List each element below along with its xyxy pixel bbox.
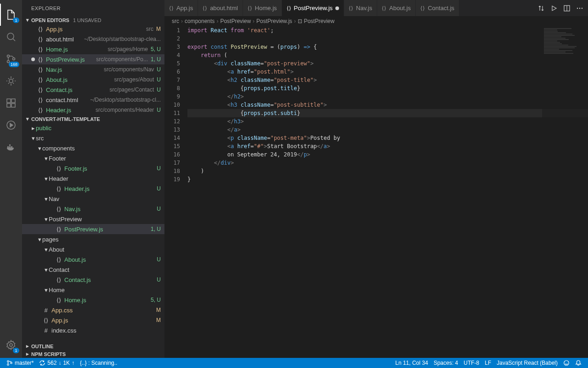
docker-icon[interactable] xyxy=(0,136,22,158)
search-icon[interactable] xyxy=(0,26,22,48)
file-item[interactable]: ⟨⟩Home.js5, U xyxy=(22,295,164,305)
file-path-hint: src/components/Po... xyxy=(96,56,148,63)
open-editor-item[interactable]: ⟨⟩PostPreview.jssrc/components/Po...1, U xyxy=(22,54,164,64)
status-bar: master* 562 ↓ 1K ↑ {..} : Scanning.. Ln … xyxy=(0,358,588,368)
file-icon: ⟨⟩ xyxy=(55,185,62,192)
git-status: 1, U xyxy=(148,56,161,63)
git-status: U xyxy=(154,86,161,93)
svg-point-1 xyxy=(7,55,10,58)
editor-body[interactable]: 12345678910111213141516171819 import Rea… xyxy=(164,26,588,358)
feedback-icon[interactable] xyxy=(560,360,572,366)
open-editor-item[interactable]: ⟨⟩App.jssrcM xyxy=(22,24,164,34)
folder-name: Header xyxy=(49,175,156,182)
scan-status[interactable]: {..} : Scanning.. xyxy=(77,360,120,366)
source-control-icon[interactable]: 168 xyxy=(0,48,22,70)
open-editors-header[interactable]: ▾ OPEN EDITORS 1 UNSAVED xyxy=(22,16,164,24)
indentation[interactable]: Spaces: 4 xyxy=(431,360,461,366)
outline-header[interactable]: ▸ OUTLINE xyxy=(22,342,164,350)
file-icon: ⟨⟩ xyxy=(37,56,44,63)
notifications-icon[interactable] xyxy=(572,360,584,366)
sync-status[interactable]: 562 ↓ 1K ↑ xyxy=(36,360,77,366)
folder-name: Nav xyxy=(49,196,156,202)
folder-name: Home xyxy=(49,287,156,293)
file-icon: ⟨⟩ xyxy=(55,297,62,304)
npm-scripts-header[interactable]: ▸ NPM SCRIPTS xyxy=(22,350,164,358)
editor-tab[interactable]: ⟨⟩about.html xyxy=(198,0,243,16)
file-item[interactable]: ⟨⟩PostPreview.js1, U xyxy=(22,224,164,234)
svg-rect-11 xyxy=(9,146,11,148)
folder-item[interactable]: ▾Header xyxy=(22,173,164,184)
folder-item[interactable]: ▾Contact xyxy=(22,264,164,275)
open-editor-item[interactable]: ⟨⟩about.html~/Desktop/startbootstrap-cle… xyxy=(22,34,164,44)
file-icon: ⟨⟩ xyxy=(37,46,44,53)
file-item[interactable]: ⟨⟩App.jsM xyxy=(22,315,164,325)
folder-item[interactable]: ▾Footer xyxy=(22,153,164,163)
language-mode[interactable]: JavaScript React (Babel) xyxy=(494,360,560,366)
liveshare-icon[interactable] xyxy=(0,114,22,136)
file-item[interactable]: #App.cssM xyxy=(22,305,164,315)
compare-changes-icon[interactable] xyxy=(537,5,545,12)
settings-gear-icon[interactable]: 1 xyxy=(0,334,22,356)
run-icon[interactable] xyxy=(550,5,558,12)
editor-tab[interactable]: ⟨⟩Contact.js xyxy=(416,0,459,16)
folder-item[interactable]: ▸public xyxy=(22,123,164,133)
editor-tab[interactable]: ⟨⟩About.js xyxy=(377,0,416,16)
breadcrumb-item[interactable]: src xyxy=(172,18,179,24)
svg-rect-13 xyxy=(9,144,11,146)
open-editors-list: ⟨⟩App.jssrcM⟨⟩about.html~/Desktop/startb… xyxy=(22,24,164,115)
svg-rect-7 xyxy=(7,104,11,107)
file-name: index.css xyxy=(51,327,161,334)
debug-icon[interactable] xyxy=(0,70,22,92)
file-path-hint: src/components/Nav xyxy=(104,66,154,73)
svg-rect-6 xyxy=(11,99,15,103)
extensions-icon[interactable] xyxy=(0,92,22,114)
minimap[interactable] xyxy=(542,26,588,358)
file-item[interactable]: ⟨⟩Contact.jsU xyxy=(22,275,164,285)
folder-item[interactable]: ▾pages xyxy=(22,234,164,244)
open-editor-item[interactable]: ⟨⟩Nav.jssrc/components/NavU xyxy=(22,64,164,75)
explorer-icon[interactable]: 1 xyxy=(0,4,22,26)
folder-name: components xyxy=(42,145,156,152)
open-editor-item[interactable]: ⟨⟩Header.jssrc/components/HeaderU xyxy=(22,105,164,115)
folder-item[interactable]: ▾Nav xyxy=(22,194,164,204)
file-icon: ⟨⟩ xyxy=(42,317,50,324)
encoding[interactable]: UTF-8 xyxy=(461,360,482,366)
file-item[interactable]: ⟨⟩Header.jsU xyxy=(22,184,164,194)
open-editor-item[interactable]: ⟨⟩Contact.jssrc/pages/ContactU xyxy=(22,85,164,95)
tab-label: about.html xyxy=(210,5,238,12)
git-status: U xyxy=(154,107,161,113)
editor-tab[interactable]: ⟨⟩PostPreview.js xyxy=(282,0,345,16)
breadcrumbs[interactable]: src›components›PostPreview›PostPreview.j… xyxy=(164,16,588,26)
editor-tab[interactable]: ⟨⟩Home.js xyxy=(243,0,282,16)
file-item[interactable]: ⟨⟩About.jsU xyxy=(22,254,164,264)
folder-item[interactable]: ▾Home xyxy=(22,285,164,295)
open-editor-item[interactable]: ⟨⟩Home.jssrc/pages/Home5, U xyxy=(22,44,164,54)
code-content[interactable]: import React from 'react'; export const … xyxy=(187,26,588,358)
folder-item[interactable]: ▾src xyxy=(22,133,164,143)
tab-label: PostPreview.js xyxy=(294,5,333,12)
file-item[interactable]: ⟨⟩Nav.jsU xyxy=(22,204,164,214)
editor-tab[interactable]: ⟨⟩App.js xyxy=(164,0,198,16)
chevron-right-icon: ▸ xyxy=(30,125,36,132)
breadcrumb-item[interactable]: ⊡ PostPreview xyxy=(298,18,334,24)
editor-tab[interactable]: ⟨⟩Nav.js xyxy=(344,0,377,16)
eol[interactable]: LF xyxy=(482,360,494,366)
more-icon[interactable] xyxy=(576,5,583,12)
editor-area: ⟨⟩App.js⟨⟩about.html⟨⟩Home.js⟨⟩PostPrevi… xyxy=(164,0,588,358)
breadcrumb-item[interactable]: PostPreview xyxy=(220,18,251,24)
open-editor-item[interactable]: ⟨⟩contact.html~/Desktop/startbootstrap-c… xyxy=(22,95,164,105)
cursor-position[interactable]: Ln 11, Col 34 xyxy=(392,360,430,366)
breadcrumb-item[interactable]: components xyxy=(185,18,215,24)
file-item[interactable]: ⟨⟩Footer.jsU xyxy=(22,163,164,173)
folder-item[interactable]: ▾PostPreview xyxy=(22,214,164,224)
split-editor-icon[interactable] xyxy=(563,5,571,12)
svg-point-18 xyxy=(582,7,582,8)
file-item[interactable]: #index.css xyxy=(22,325,164,335)
sidebar: EXPLORER ▾ OPEN EDITORS 1 UNSAVED ⟨⟩App.… xyxy=(22,0,164,358)
git-branch[interactable]: master* xyxy=(4,360,36,366)
project-header[interactable]: ▾ CONVERT-HTML-TEMPLATE xyxy=(22,115,164,123)
folder-item[interactable]: ▾components xyxy=(22,143,164,153)
breadcrumb-item[interactable]: PostPreview.js xyxy=(256,18,292,24)
folder-item[interactable]: ▾About xyxy=(22,244,164,254)
open-editor-item[interactable]: ⟨⟩About.jssrc/pages/AboutU xyxy=(22,75,164,85)
